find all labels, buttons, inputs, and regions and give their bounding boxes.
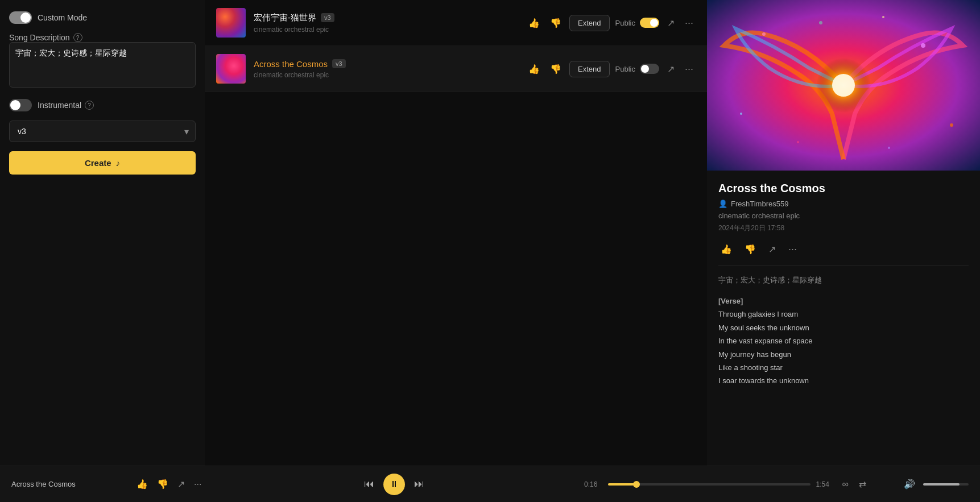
public-toggle-row-2: Public	[615, 64, 659, 74]
svg-point-5	[740, 113, 742, 115]
more-btn-2[interactable]: ···	[683, 61, 696, 77]
right-panel-username: FreshTimbres559	[731, 200, 788, 208]
next-btn[interactable]: ⏭	[414, 478, 424, 490]
player-bar: Across the Cosmos 👍 👎 ↗ ··· ⏮ ⏸ ⏭ 0:16 1…	[0, 466, 980, 502]
svg-point-6	[950, 123, 953, 127]
user-icon: 👤	[718, 200, 727, 208]
right-panel-actions: 👍 👎 ↗ ···	[718, 241, 969, 266]
loop-btn[interactable]: ∞	[840, 477, 851, 492]
right-panel-tags: 宇宙；宏大；史诗感；星际穿越	[718, 275, 969, 285]
player-song-name: Across the Cosmos	[11, 480, 76, 488]
thumbs-up-btn-1[interactable]: 👍	[526, 15, 542, 31]
version-badge-2: v3	[332, 59, 346, 68]
progress-bar[interactable]	[608, 483, 811, 486]
extend-btn-1[interactable]: Extend	[569, 15, 609, 31]
version-badge-1: v3	[321, 13, 334, 22]
song-subtitle-2: cinematic orchestral epic	[254, 71, 518, 79]
version-select-wrapper: v3 v4 v2 v1 ▾	[9, 121, 196, 142]
song-info-1: 宏伟宇宙-猫世界 v3 cinematic orchestral epic	[254, 13, 518, 34]
previous-btn[interactable]: ⏮	[364, 478, 374, 490]
instrumental-toggle[interactable]	[9, 99, 32, 111]
right-panel: Across the Cosmos 👤 FreshTimbres559 cine…	[707, 0, 980, 466]
create-label: Create	[85, 158, 111, 168]
version-select[interactable]: v3 v4 v2 v1	[9, 121, 196, 142]
song-info-2: Across the Cosmos v3 cinematic orchestra…	[254, 59, 518, 79]
custom-mode-row: Custom Mode	[9, 11, 196, 24]
song-description-help-icon[interactable]: ?	[73, 33, 82, 42]
player-thumbs-down-btn[interactable]: 👎	[155, 476, 171, 492]
right-panel-user-row: 👤 FreshTimbres559	[718, 200, 969, 208]
song-title-2: Across the Cosmos	[254, 59, 328, 69]
play-pause-btn[interactable]: ⏸	[383, 474, 405, 495]
lyrics-line-6: I soar towards the unknown	[718, 374, 969, 387]
song-subtitle-1: cinematic orchestral epic	[254, 26, 518, 34]
public-toggle-1[interactable]	[640, 18, 659, 28]
public-toggle-row-1: Public	[615, 18, 659, 28]
right-share-btn[interactable]: ↗	[766, 242, 778, 257]
public-label-1: Public	[615, 19, 635, 27]
more-btn-1[interactable]: ···	[683, 15, 696, 31]
lyrics-line-5: Like a shooting star	[718, 361, 969, 374]
thumbs-down-btn-2[interactable]: 👎	[548, 61, 564, 77]
progress-section: 0:16 1:54 ∞ ⇄	[584, 476, 869, 492]
share-btn-2[interactable]: ↗	[665, 61, 677, 77]
right-panel-title: Across the Cosmos	[718, 182, 969, 195]
instrumental-label: Instrumental ?	[38, 101, 94, 110]
song-title-row-1: 宏伟宇宙-猫世界 v3	[254, 13, 518, 23]
lyrics-section: [Verse] Through galaxies I roam My soul …	[718, 294, 969, 388]
thumbs-down-btn-1[interactable]: 👎	[548, 15, 564, 31]
instrumental-row: Instrumental ?	[9, 99, 196, 111]
custom-mode-toggle[interactable]	[9, 11, 32, 24]
right-more-btn[interactable]: ···	[786, 241, 799, 258]
sidebar: Custom Mode Song Description ? 宇宙；宏大；史诗感…	[0, 0, 205, 466]
player-thumbs-up-btn[interactable]: 👍	[134, 476, 150, 492]
right-thumbs-down-btn[interactable]: 👎	[742, 242, 758, 257]
song-title-1: 宏伟宇宙-猫世界	[254, 13, 316, 23]
player-song-info: Across the Cosmos	[11, 480, 125, 488]
player-more-btn[interactable]: ···	[192, 477, 204, 492]
svg-point-2	[832, 74, 855, 97]
shuffle-btn[interactable]: ⇄	[857, 476, 869, 492]
song-description-input[interactable]: 宇宙；宏大；史诗感；星际穿越	[9, 42, 196, 88]
progress-fill	[608, 483, 636, 486]
right-panel-content: Across the Cosmos 👤 FreshTimbres559 cine…	[707, 171, 980, 466]
song-actions-2: 👍 👎 Extend Public ↗ ···	[526, 61, 696, 77]
volume-fill	[923, 483, 960, 486]
right-thumbs-up-btn[interactable]: 👍	[718, 242, 734, 257]
thumbs-up-btn-2[interactable]: 👍	[526, 61, 542, 77]
share-btn-1[interactable]: ↗	[665, 15, 677, 31]
song-actions-1: 👍 👎 Extend Public ↗ ···	[526, 15, 696, 31]
custom-mode-label: Custom Mode	[38, 13, 87, 22]
cosmos-art-svg	[707, 0, 980, 171]
song-art-1	[216, 8, 246, 38]
song-thumb-1	[216, 8, 246, 38]
svg-point-8	[888, 147, 890, 149]
song-description-label: Song Description	[9, 33, 70, 42]
volume-icon-btn[interactable]: 🔊	[902, 476, 917, 492]
svg-point-4	[921, 43, 925, 48]
public-toggle-2[interactable]	[640, 64, 659, 74]
music-note-icon: ♪	[116, 158, 121, 168]
lyrics-line-4: My journey has begun	[718, 348, 969, 361]
player-controls: ⏮ ⏸ ⏭	[213, 474, 575, 495]
svg-point-10	[882, 16, 884, 18]
svg-point-9	[819, 21, 822, 24]
song-description-section: Song Description ? 宇宙；宏大；史诗感；星际穿越	[9, 33, 196, 90]
song-thumb-2	[216, 54, 246, 84]
lyrics-line-3: In the vast expanse of space	[718, 334, 969, 347]
song-title-row-2: Across the Cosmos v3	[254, 59, 518, 69]
song-item-2[interactable]: Across the Cosmos v3 cinematic orchestra…	[205, 46, 707, 92]
player-share-btn[interactable]: ↗	[175, 476, 187, 492]
create-button[interactable]: Create ♪	[9, 151, 196, 175]
extend-btn-2[interactable]: Extend	[569, 61, 609, 77]
center-feed: 宏伟宇宙-猫世界 v3 cinematic orchestral epic 👍 …	[205, 0, 707, 466]
volume-bar[interactable]	[923, 483, 969, 486]
svg-point-7	[797, 141, 799, 143]
song-item-1[interactable]: 宏伟宇宙-猫世界 v3 cinematic orchestral epic 👍 …	[205, 0, 707, 46]
right-panel-genre: cinematic orchestral epic	[718, 211, 969, 220]
player-actions-left: 👍 👎 ↗ ···	[134, 476, 204, 492]
progress-thumb	[633, 481, 640, 488]
instrumental-help-icon[interactable]: ?	[85, 101, 94, 110]
lyrics-line-1: Through galaxies I roam	[718, 308, 969, 321]
public-label-2: Public	[615, 65, 635, 73]
